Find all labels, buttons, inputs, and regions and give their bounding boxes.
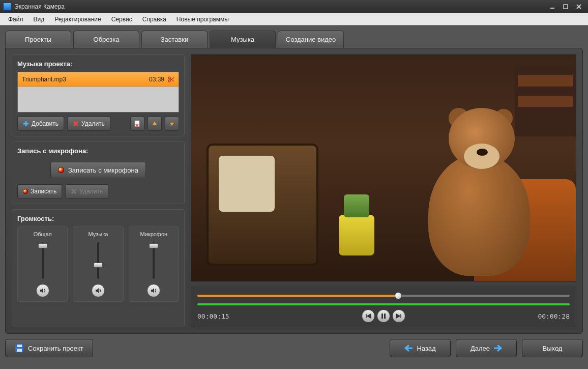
tab-projects[interactable]: Проекты — [5, 31, 71, 48]
delete-recording-button[interactable]: Удалить — [65, 184, 108, 198]
app-icon — [3, 3, 11, 11]
menu-new-programs[interactable]: Новые программы — [171, 14, 234, 24]
svg-rect-18 — [384, 314, 386, 319]
total-time: 00:00:28 — [538, 313, 570, 320]
volume-overall-label: Общая — [34, 231, 52, 237]
record-from-mic-label: Записать с микрофона — [68, 166, 138, 174]
clear-list-button[interactable] — [130, 117, 144, 131]
save-project-label: Сохранить проект — [28, 345, 83, 352]
record-dot-icon — [58, 167, 64, 173]
menu-edit[interactable]: Редактирование — [49, 14, 106, 24]
record-from-mic-button[interactable]: Записать с микрофона — [50, 162, 146, 178]
scissors-icon[interactable] — [167, 76, 174, 83]
svg-rect-20 — [17, 345, 22, 347]
skip-forward-icon — [395, 313, 402, 320]
title-bar: Экранная Камера — [0, 0, 588, 13]
pause-button[interactable] — [377, 309, 390, 323]
audio-waveform-bar — [197, 303, 570, 305]
mute-overall-button[interactable] — [36, 284, 49, 297]
volume-music-label: Музыка — [89, 231, 108, 237]
volume-mic-label: Микрофон — [140, 231, 168, 237]
content-area: Проекты Обрезка Заставки Музыка Создание… — [0, 25, 588, 369]
track-buttons-row: Добавить Удалить — [17, 117, 179, 131]
track-name: Triumphant.mp3 — [22, 76, 149, 83]
floppy-icon — [15, 344, 24, 353]
next-button-footer[interactable]: Далее — [456, 339, 517, 357]
record-label: Записать — [31, 188, 56, 195]
back-button[interactable]: Назад — [390, 339, 451, 357]
volume-title: Громкость: — [17, 215, 179, 222]
time-row: 00:00:15 00:00:28 — [197, 309, 570, 323]
record-dot-icon — [23, 189, 28, 194]
svg-rect-1 — [564, 5, 568, 9]
arrow-up-icon — [152, 121, 158, 127]
speaker-icon — [150, 287, 157, 294]
mic-record-title: Запись с микрофона: — [17, 147, 179, 155]
volume-mic: Микрофон — [129, 226, 179, 302]
menu-service[interactable]: Сервис — [106, 14, 137, 24]
close-button[interactable] — [573, 2, 585, 11]
record-button[interactable]: Записать — [17, 184, 62, 198]
left-column: Музыка проекта: Triumphant.mp3 03:39 Доб… — [12, 54, 185, 327]
tab-create-video[interactable]: Создание видео — [278, 31, 344, 48]
tab-trim[interactable]: Обрезка — [73, 31, 139, 48]
menu-file[interactable]: Файл — [3, 14, 28, 24]
mute-mic-button[interactable] — [147, 284, 160, 297]
footer-bar: Сохранить проект Назад Далее Выход — [5, 339, 583, 357]
x-icon — [73, 121, 79, 127]
mic-buttons-row: Записать Удалить — [17, 184, 179, 198]
menu-view[interactable]: Вид — [28, 14, 50, 24]
volume-overall: Общая — [17, 226, 68, 302]
plus-icon — [23, 121, 29, 127]
playback-controls — [229, 309, 538, 323]
arrow-right-icon — [494, 345, 502, 352]
mic-record-group: Запись с микрофона: Записать с микрофона… — [12, 141, 185, 204]
move-up-button[interactable] — [148, 117, 162, 131]
menu-help[interactable]: Справка — [137, 14, 171, 24]
volume-music-slider[interactable] — [93, 240, 103, 281]
tab-music[interactable]: Музыка — [210, 31, 276, 48]
menu-bar: Файл Вид Редактирование Сервис Справка Н… — [0, 13, 588, 25]
tab-intros[interactable]: Заставки — [141, 31, 208, 48]
x-icon — [71, 188, 77, 194]
next-label: Далее — [471, 345, 490, 352]
window-title: Экранная Камера — [14, 3, 545, 10]
right-column: 00:00:15 00:00:28 — [191, 54, 576, 327]
exit-button[interactable]: Выход — [522, 339, 583, 357]
save-project-button[interactable]: Сохранить проект — [5, 339, 93, 357]
minimize-button[interactable] — [546, 2, 558, 11]
svg-rect-21 — [17, 349, 22, 352]
arrow-down-icon — [169, 121, 175, 127]
video-preview[interactable] — [191, 54, 576, 281]
arrow-left-icon — [404, 345, 413, 352]
track-row[interactable]: Triumphant.mp3 03:39 — [18, 72, 179, 87]
seek-slider[interactable] — [197, 292, 570, 299]
document-x-icon — [134, 120, 141, 127]
mute-music-button[interactable] — [92, 284, 105, 297]
tab-strip: Проекты Обрезка Заставки Музыка Создание… — [5, 31, 583, 48]
volume-music: Музыка — [73, 226, 123, 302]
seek-handle[interactable] — [395, 292, 402, 299]
music-project-group: Музыка проекта: Triumphant.mp3 03:39 Доб… — [12, 54, 185, 136]
volume-overall-slider[interactable] — [38, 240, 48, 281]
add-label: Добавить — [32, 120, 58, 127]
volume-sliders-row: Общая Музыка Микрофон — [17, 226, 179, 302]
next-button[interactable] — [392, 309, 405, 323]
main-panel: Музыка проекта: Triumphant.mp3 03:39 Доб… — [5, 48, 583, 334]
prev-button[interactable] — [362, 309, 375, 323]
track-duration: 03:39 — [149, 76, 164, 83]
maximize-button[interactable] — [560, 2, 572, 11]
speaker-icon — [39, 287, 46, 294]
volume-mic-slider[interactable] — [149, 240, 159, 281]
current-time: 00:00:15 — [197, 313, 229, 320]
delete-label: Удалить — [81, 120, 105, 127]
skip-back-icon — [365, 313, 372, 320]
volume-group: Громкость: Общая Музыка Микрофон — [12, 209, 185, 327]
move-down-button[interactable] — [165, 117, 179, 131]
exit-label: Выход — [543, 345, 563, 352]
delete-track-button[interactable]: Удалить — [67, 117, 110, 131]
speaker-icon — [95, 287, 102, 294]
pause-icon — [380, 313, 387, 320]
track-list[interactable]: Triumphant.mp3 03:39 — [17, 72, 179, 112]
add-track-button[interactable]: Добавить — [17, 117, 64, 131]
